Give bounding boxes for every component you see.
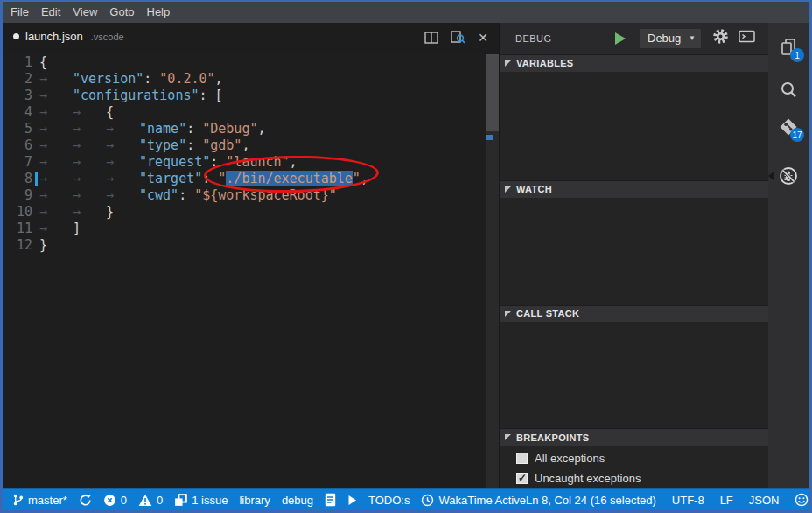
checkbox-checked[interactable] — [516, 473, 528, 484]
status-item-library[interactable]: library — [239, 494, 270, 507]
code-line-12[interactable]: 12} — [3, 237, 486, 254]
line-number[interactable]: 1 — [3, 54, 32, 71]
menu-item-file[interactable]: File — [4, 2, 35, 23]
gear-icon[interactable] — [712, 28, 729, 48]
code-token: , — [290, 154, 298, 170]
files-icon[interactable]: 1 — [779, 38, 798, 57]
line-number[interactable]: 4 — [3, 104, 32, 121]
line-number[interactable]: 7 — [3, 154, 32, 171]
line-number[interactable]: 5 — [3, 121, 32, 137]
tab-whitespace-arrow: → — [39, 88, 73, 104]
code-token: { — [39, 54, 47, 70]
section-header-watch[interactable]: WATCH — [500, 180, 768, 198]
line-number[interactable]: 3 — [3, 88, 32, 104]
git-icon[interactable]: 17 — [779, 117, 798, 137]
line-number[interactable]: 9 — [3, 187, 32, 204]
section-header-callstack[interactable]: CALL STACK — [500, 305, 768, 322]
selected-text: ./bin/executable — [226, 171, 353, 186]
code-line-5[interactable]: 5→→→"name": "Debug", — [3, 121, 486, 137]
code-line-1[interactable]: 1{ — [3, 54, 486, 71]
menu-item-view[interactable]: View — [66, 2, 103, 23]
code-token: , — [360, 171, 368, 186]
modified-dot-icon — [13, 33, 19, 39]
line-number[interactable]: 2 — [3, 71, 32, 88]
status-item-0[interactable]: 0 — [103, 494, 127, 507]
code-line-10[interactable]: 10→→} — [3, 204, 486, 221]
status-item-debug[interactable]: debug — [282, 494, 313, 507]
tab-whitespace-arrow: → — [106, 121, 139, 137]
debug-config-value: Debug — [648, 32, 689, 45]
tab-whitespace-arrow: → — [106, 137, 139, 154]
code-line-3[interactable]: 3→"configurations": [ — [3, 88, 486, 104]
status-item-todo-file[interactable] — [325, 493, 336, 507]
editor-scrollbar[interactable] — [486, 54, 499, 488]
code-line-11[interactable]: 11→] — [3, 221, 486, 237]
debug-config-dropdown[interactable]: Debug ▼ — [640, 29, 701, 48]
code-token: ] — [73, 221, 80, 236]
status-item-play[interactable] — [347, 495, 357, 506]
status-item-master[interactable]: master* — [12, 493, 67, 507]
line-number[interactable]: 6 — [3, 137, 32, 154]
code-line-9[interactable]: 9→→→"cwd": "${workspaceRoot}" — [3, 187, 486, 204]
code-token: "configurations" — [73, 88, 200, 103]
status-item-wakatime-active[interactable]: WakaTime Active — [421, 494, 525, 507]
checkbox-unchecked[interactable] — [516, 453, 528, 464]
status-item-json[interactable]: JSON — [749, 494, 780, 507]
code-editor[interactable]: 1{2→"version": "0.2.0",3→"configurations… — [3, 54, 486, 254]
debug-icon[interactable] — [779, 166, 798, 186]
code-line-4[interactable]: 4→→{ — [3, 104, 486, 121]
search-icon[interactable] — [779, 81, 798, 100]
status-item-label: 1 issue — [192, 494, 228, 507]
scrollbar-slider[interactable] — [486, 54, 499, 131]
line-number[interactable]: 10 — [3, 204, 32, 221]
section-header-breakpoints[interactable]: BREAKPOINTS — [500, 428, 768, 446]
code-token: : — [186, 137, 202, 153]
status-item-1-issue[interactable]: 1 issue — [174, 494, 228, 507]
code-line-7[interactable]: 7→→→"request": "launch", — [3, 154, 486, 171]
start-debug-button[interactable] — [615, 32, 626, 45]
code-line-6[interactable]: 6→→→"type": "gdb", — [3, 137, 486, 154]
tab-whitespace-arrow: → — [73, 187, 106, 204]
tab-whitespace-arrow: → — [73, 204, 106, 221]
callstack-body — [500, 322, 768, 428]
status-item-sync[interactable] — [79, 494, 92, 507]
status-item-label: debug — [282, 494, 313, 507]
status-item-ln-8-col-24-16-selected[interactable]: Ln 8, Col 24 (16 selected) — [526, 494, 656, 507]
menu-item-goto[interactable]: Goto — [103, 2, 140, 23]
code-line-8[interactable]: 8→→→"target": "./bin/executable", — [3, 171, 486, 187]
split-editor-icon[interactable] — [424, 32, 438, 44]
status-item-lf[interactable]: LF — [720, 494, 733, 507]
breakpoints-body: All exceptionsUncaught exceptions — [500, 446, 768, 488]
tab-launch-json[interactable]: launch.json .vscode — [13, 30, 124, 43]
code-token: "launch" — [226, 154, 289, 170]
breakpoint-row-all-exceptions[interactable]: All exceptions — [500, 448, 768, 468]
status-item-todo-s[interactable]: TODO:s — [368, 494, 410, 507]
status-item-smiley[interactable] — [794, 493, 808, 507]
menu-item-help[interactable]: Help — [141, 2, 177, 23]
git-branch-icon — [12, 493, 24, 507]
status-item-label: 0 — [157, 494, 163, 507]
tab-whitespace-arrow: → — [39, 221, 73, 237]
code-token: " — [353, 171, 360, 186]
section-header-variables[interactable]: VARIABLES — [500, 54, 768, 72]
close-icon[interactable]: ✕ — [478, 31, 488, 45]
twisty-icon — [505, 186, 511, 193]
line-number[interactable]: 12 — [3, 237, 32, 254]
tab-whitespace-arrow: → — [73, 171, 106, 187]
menu-bar: FileEditViewGotoHelp — [3, 2, 808, 23]
status-item-label: WakaTime Active — [438, 494, 525, 507]
overview-selection-marker — [486, 135, 493, 140]
line-number[interactable]: 8 — [3, 171, 32, 187]
debug-panel-title: DEBUG — [515, 33, 552, 44]
tab-whitespace-arrow: → — [39, 71, 73, 88]
line-number[interactable]: 11 — [3, 221, 32, 237]
code-line-2[interactable]: 2→"version": "0.2.0", — [3, 71, 486, 88]
breakpoint-row-uncaught-exceptions[interactable]: Uncaught exceptions — [500, 468, 768, 488]
status-item-utf-8[interactable]: UTF-8 — [672, 494, 704, 507]
menu-item-edit[interactable]: Edit — [35, 2, 66, 23]
status-item-label: TODO:s — [368, 494, 410, 507]
status-item-0[interactable]: 0 — [138, 494, 163, 507]
open-console-icon[interactable] — [738, 29, 756, 47]
code-token: "request" — [139, 154, 210, 170]
open-preview-icon[interactable] — [451, 31, 466, 45]
